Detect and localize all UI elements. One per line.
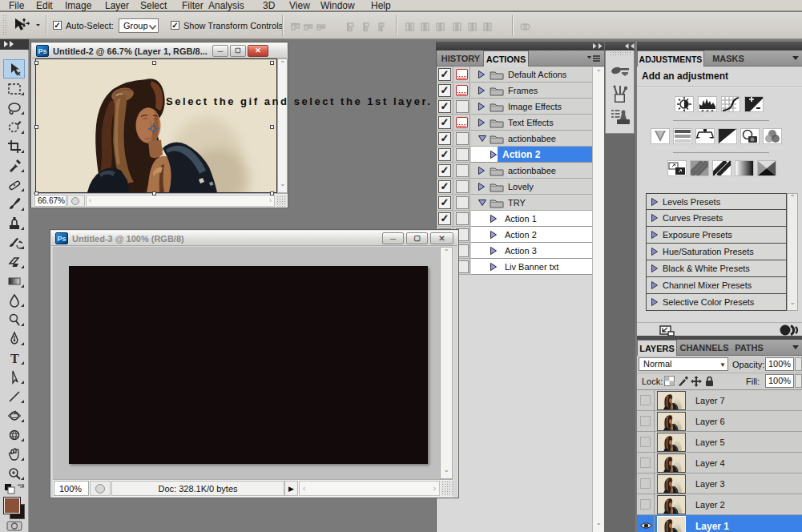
svg-text:T: T: [10, 352, 19, 365]
